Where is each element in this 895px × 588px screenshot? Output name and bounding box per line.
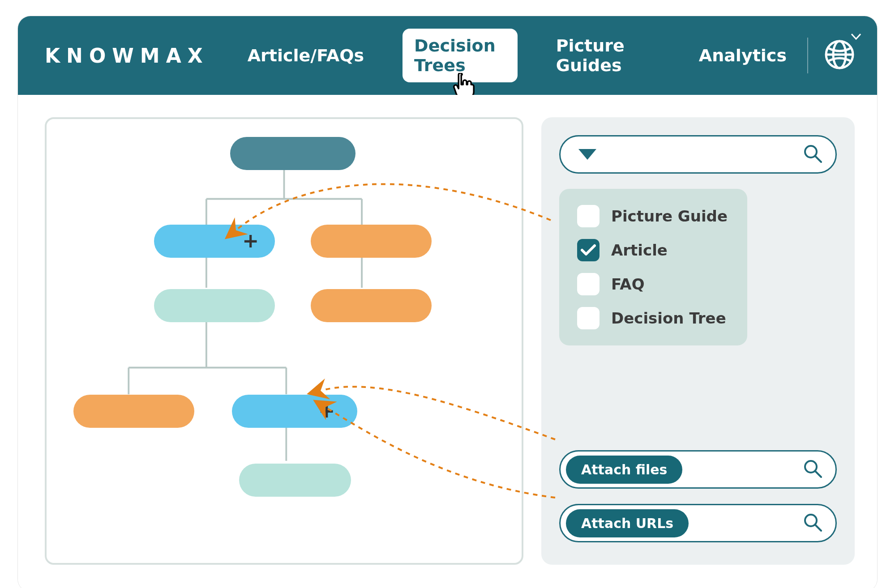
tree-node-orange-2[interactable] [311,289,432,322]
chevron-down-icon [851,33,861,42]
tree-node-orange-1[interactable] [311,225,432,258]
body: + + Picture Guide [18,95,877,588]
checkbox[interactable] [577,307,600,329]
filter-label: FAQ [611,275,645,293]
checkbox[interactable] [577,205,600,227]
filter-label: Decision Tree [611,309,726,327]
nav: Article/FAQs Decision Trees Picture Guid… [236,29,798,82]
tree-node-mint-2[interactable] [239,464,351,497]
check-icon [581,244,596,256]
header-right [807,38,855,73]
tree-node-orange-3[interactable] [73,395,194,428]
divider [807,38,808,73]
tree-node-blue-1[interactable]: + [154,225,275,258]
tree-node-mint-1[interactable] [154,289,275,322]
nav-item-analytics[interactable]: Analytics [687,38,798,72]
brand-logo: KNOWMAX [45,44,209,67]
attach-urls[interactable]: Attach URLs [559,504,837,542]
attach-files[interactable]: Attach files [559,450,837,489]
filter-faq[interactable]: FAQ [577,273,729,295]
nav-item-decision-trees[interactable]: Decision Trees [403,29,518,82]
app-window: KNOWMAX Article/FAQs Decision Trees Pict… [18,16,877,588]
search-icon [803,513,822,533]
globe-icon [824,39,855,70]
search-icon [803,144,822,165]
tree-node-root[interactable] [230,137,355,170]
nav-item-picture-guides[interactable]: Picture Guides [544,29,660,82]
plus-icon: + [318,399,335,422]
svg-line-17 [815,471,821,477]
tree-node-blue-2[interactable]: + [232,395,357,428]
plus-icon: + [242,229,259,252]
header: KNOWMAX Article/FAQs Decision Trees Pict… [18,16,877,95]
filter-article[interactable]: Article [577,239,729,261]
nav-item-label: Decision Trees [414,36,496,75]
checkbox[interactable] [577,273,600,295]
filter-label: Article [611,241,668,259]
svg-line-15 [815,156,821,162]
filter-panel: Picture Guide Article FAQ Decision Tree [559,189,747,345]
sidebar: Picture Guide Article FAQ Decision Tree [541,117,855,565]
filter-decision-tree[interactable]: Decision Tree [577,307,729,329]
search-dropdown[interactable] [559,135,837,174]
checkbox-checked[interactable] [577,239,600,261]
attach-files-tag: Attach files [566,456,682,484]
language-switcher[interactable] [824,39,855,72]
nav-item-article-faqs[interactable]: Article/FAQs [236,38,376,72]
tree-canvas[interactable]: + + [45,117,523,565]
filter-picture-guide[interactable]: Picture Guide [577,205,729,227]
search-icon [803,459,822,480]
attach-urls-tag: Attach URLs [566,509,689,537]
filter-label: Picture Guide [611,207,728,225]
svg-line-19 [815,525,821,531]
chevron-down-icon [578,149,596,160]
